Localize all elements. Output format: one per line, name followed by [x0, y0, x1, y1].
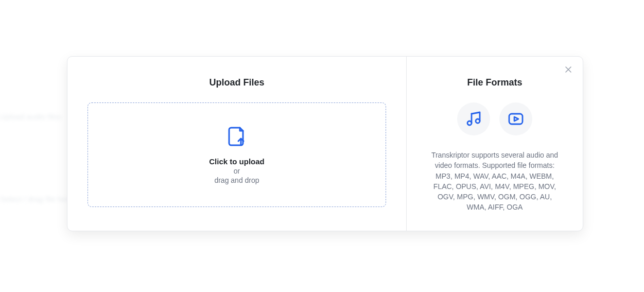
formats-panel: File Formats Transkriptor supports sever… [407, 57, 583, 231]
dropzone-line2: or [234, 167, 240, 175]
formats-description: Transkriptor supports several audio and … [428, 150, 562, 213]
svg-point-0 [467, 121, 472, 125]
upload-modal: Upload Files Click to upload or drag and… [67, 56, 583, 231]
upload-dropzone[interactable]: Click to upload or drag and drop [88, 102, 386, 207]
close-icon [565, 65, 572, 75]
audio-format-icon [457, 102, 490, 135]
bg-text: Upload audio files [0, 112, 61, 121]
upload-panel: Upload Files Click to upload or drag and… [67, 57, 407, 231]
file-upload-icon [225, 125, 248, 157]
dropzone-line1: Click to upload [209, 157, 265, 166]
bg-text: Select / drag file here [0, 195, 73, 203]
close-button[interactable] [563, 65, 573, 75]
svg-point-1 [476, 119, 480, 123]
svg-rect-2 [509, 114, 523, 124]
upload-title: Upload Files [209, 77, 264, 88]
video-format-icon [499, 102, 532, 135]
formats-title: File Formats [467, 77, 522, 88]
dropzone-line3: drag and drop [214, 176, 259, 184]
format-icons [457, 102, 532, 135]
